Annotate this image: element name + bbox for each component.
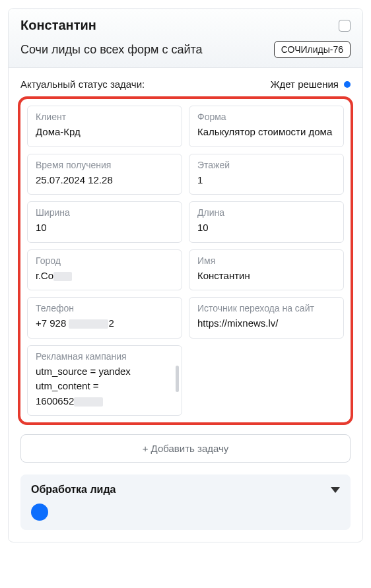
add-task-wrapper: + Добавить задачу (20, 434, 351, 463)
field-value: 1 (197, 173, 335, 188)
lead-subtitle: Сочи лиды со всех форм с сайта (20, 43, 203, 57)
fields-right-column: Форма Калькулятор стоимости дома Этажей … (189, 106, 344, 339)
field-value: Константин (197, 269, 335, 284)
field-referrer[interactable]: Источник перехода на сайт https://mixnew… (189, 297, 344, 339)
field-floors[interactable]: Этажей 1 (189, 154, 344, 195)
field-form[interactable]: Форма Калькулятор стоимости дома (189, 106, 344, 147)
field-value: 10 (36, 220, 174, 236)
field-client[interactable]: Клиент Дома-Крд (27, 106, 182, 147)
card-header: Константин Сочи лиды со всех форм с сайт… (9, 9, 362, 68)
field-label: Время получения (36, 160, 174, 170)
field-width[interactable]: Ширина 10 (27, 201, 182, 243)
field-label: Клиент (36, 112, 174, 122)
chevron-down-icon (331, 487, 340, 493)
field-length[interactable]: Длина 10 (189, 201, 344, 243)
status-value: Ждет решения (271, 79, 351, 90)
field-value: Дома-Крд (36, 125, 174, 140)
field-name[interactable]: Имя Константин (189, 249, 344, 291)
lead-card: Константин Сочи лиды со всех форм с сайт… (8, 8, 363, 542)
field-value: +7 928 2 (36, 316, 174, 331)
scrollbar-thumb[interactable] (176, 366, 179, 392)
field-label: Телефон (36, 303, 174, 313)
field-label: Имя (197, 255, 335, 266)
field-value: utm_source = yandex utm_content = 160065… (36, 364, 174, 409)
field-label: Город (36, 255, 174, 266)
field-phone[interactable]: Телефон +7 928 2 (27, 297, 182, 339)
field-city[interactable]: Город г.Со (27, 249, 182, 291)
status-row: Актуальный статус задачи: Ждет решения (9, 68, 362, 96)
add-task-button[interactable]: + Добавить задачу (20, 434, 351, 463)
field-value: Калькулятор стоимости дома (197, 125, 335, 140)
field-value: г.Со (36, 269, 174, 284)
field-label: Источник перехода на сайт (197, 303, 335, 313)
field-label: Ширина (36, 207, 174, 218)
field-value: https://mixnews.lv/ (197, 316, 335, 331)
section-lead-processing[interactable]: Обработка лида (20, 474, 351, 530)
status-dot-icon (344, 81, 351, 88)
field-value: 25.07.2024 12.28 (36, 173, 174, 188)
status-big-dot-icon[interactable] (31, 504, 48, 521)
redacted-segment (53, 272, 72, 281)
redacted-segment (74, 397, 103, 407)
fields-highlight-box: Клиент Дома-Крд Время получения 25.07.20… (18, 96, 353, 425)
status-label: Актуальный статус задачи: (20, 79, 145, 90)
fields-left-column: Клиент Дома-Крд Время получения 25.07.20… (27, 106, 182, 416)
field-label: Длина (197, 207, 335, 218)
field-label: Этажей (197, 160, 335, 170)
section-title: Обработка лида (31, 484, 116, 496)
field-ad-campaign[interactable]: Рекламная кампания utm_source = yandex u… (27, 345, 182, 416)
field-value: 10 (197, 220, 335, 236)
field-label: Форма (197, 112, 335, 122)
lead-title: Константин (20, 18, 96, 33)
redacted-segment (69, 319, 108, 329)
field-received-time[interactable]: Время получения 25.07.2024 12.28 (27, 154, 182, 195)
select-checkbox[interactable] (339, 20, 351, 32)
status-text: Ждет решения (271, 79, 339, 90)
field-label: Рекламная кампания (36, 351, 174, 362)
lead-tag[interactable]: СОЧИлиды-76 (274, 41, 351, 58)
